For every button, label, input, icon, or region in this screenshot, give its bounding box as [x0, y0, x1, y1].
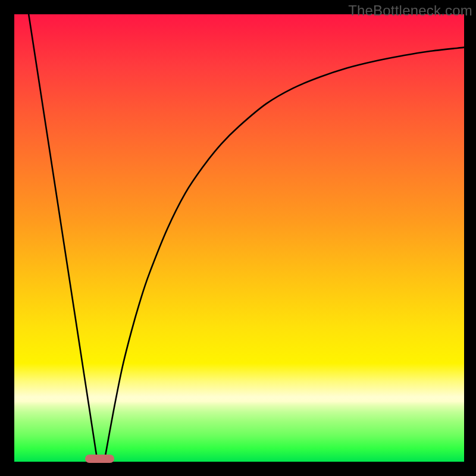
left-descent-line: [29, 14, 98, 462]
right-curve-line: [104, 48, 464, 462]
bottom-pill-marker: [85, 455, 114, 463]
chart-frame: TheBottleneck.com: [0, 0, 476, 476]
chart-lines: [14, 14, 464, 462]
watermark-text: TheBottleneck.com: [348, 2, 472, 19]
plot-area: [14, 14, 464, 462]
